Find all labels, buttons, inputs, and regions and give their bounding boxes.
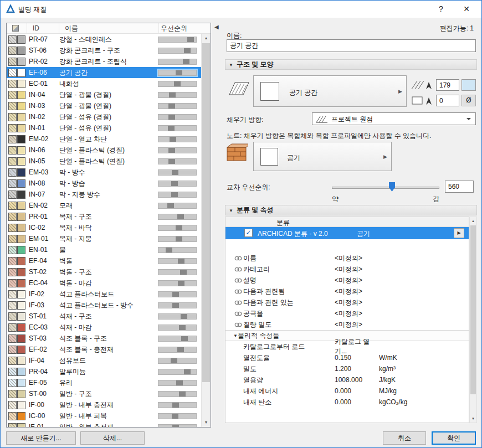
property-value[interactable]: 0.150: [335, 354, 379, 362]
classification-expand-button[interactable]: ▶: [454, 228, 464, 238]
list-item[interactable]: ST-02벽돌 - 구조: [7, 266, 201, 277]
close-button[interactable]: ✕: [457, 1, 476, 17]
property-value[interactable]: <미정의>: [335, 320, 379, 329]
list-item[interactable]: IC-00일반 - 내부 피복: [7, 410, 201, 421]
property-value[interactable]: <미정의>: [335, 265, 379, 274]
list-item[interactable]: EC-03석재 - 마감: [7, 322, 201, 333]
list-item[interactable]: PR-04알루미늄: [7, 366, 201, 377]
property-value[interactable]: <미정의>: [335, 287, 379, 296]
list-item[interactable]: IN-03단열 - 광물 (연질): [7, 100, 201, 111]
list-item[interactable]: PR-01목재 - 구조: [7, 211, 201, 222]
list-item[interactable]: IN-07막 - 지붕 방수: [7, 189, 201, 200]
list-item[interactable]: EC-01내화성: [7, 78, 201, 89]
property-value[interactable]: 1.200: [335, 365, 379, 373]
property-value[interactable]: 0.000: [335, 387, 379, 395]
list-item[interactable]: ST-03석조 블록 - 구조: [7, 333, 201, 344]
list-item[interactable]: IN-06단열 - 플라스틱 (경질): [7, 145, 201, 156]
property-row[interactable]: 설명<미정의>: [225, 275, 469, 286]
scroll-up-icon[interactable]: ▲: [202, 34, 211, 43]
ok-button[interactable]: 확인: [432, 431, 476, 445]
property-value[interactable]: <미정의>: [335, 276, 379, 285]
cancel-button[interactable]: 취소: [383, 431, 426, 445]
background-pen-input[interactable]: [436, 95, 459, 106]
list-item[interactable]: PR-02강화 콘크리트 - 조립식: [7, 56, 201, 67]
property-row[interactable]: 내재 탄소0.000kgCO₂/kg: [225, 396, 469, 408]
property-value[interactable]: <미정의>: [335, 254, 379, 263]
property-value[interactable]: <미정의>: [335, 309, 379, 318]
priority-column-header[interactable]: 우선순위: [159, 23, 211, 33]
scroll-down-icon[interactable]: ▼: [202, 418, 211, 427]
classification-row[interactable]: ✓ ARCHICAD 분류 - v 2.0 공기 ▶: [225, 227, 469, 239]
list-item[interactable]: EF-05유리: [7, 377, 201, 388]
pen-color-swatch[interactable]: [462, 79, 476, 91]
list-item[interactable]: EM-01목재 - 지붕: [7, 233, 201, 244]
fill-direction-select[interactable]: 프로젝트 원점: [312, 112, 476, 125]
help-button[interactable]: ?: [431, 1, 451, 17]
property-row[interactable]: 카탈로그로부터 로드카탈로그 열기...: [225, 341, 469, 352]
list-item[interactable]: ST-01석재 - 구조: [7, 311, 201, 322]
list-item[interactable]: IF-02석고 플라스터보드: [7, 289, 201, 300]
list-item[interactable]: EM-02단열 - 열교 차단: [7, 133, 201, 145]
id-column-header[interactable]: ID: [27, 23, 59, 33]
list-item[interactable]: IF-01일반 - 외부 충전재: [7, 421, 201, 427]
list-item[interactable]: IF-03석고 플라스터보드 - 방수: [7, 300, 201, 311]
property-row[interactable]: 질량 밀도<미정의>: [225, 319, 469, 330]
property-value[interactable]: 1008.000: [335, 376, 379, 384]
list-item[interactable]: IC-02목재 - 바닥: [7, 222, 201, 233]
properties-scrollbar[interactable]: ▲ ▼: [469, 217, 477, 423]
property-row[interactable]: 다음과 관련 있는<미정의>: [225, 297, 469, 308]
list-item[interactable]: EN-01물: [7, 244, 201, 255]
delete-material-button[interactable]: 삭제...: [80, 431, 145, 445]
property-value[interactable]: <미정의>: [335, 298, 379, 307]
list-item[interactable]: EN-02모래: [7, 200, 201, 211]
list-item[interactable]: IF-00일반 - 내부 충전재: [7, 399, 201, 410]
list-item[interactable]: IN-02단열 - 섬유 (경질): [7, 111, 201, 122]
property-row[interactable]: 이름<미정의>: [225, 253, 469, 264]
material-name: 석조 블록 - 구조: [59, 334, 158, 343]
priority-slider[interactable]: [332, 181, 439, 193]
property-row[interactable]: 다음과 관련됨<미정의>: [225, 286, 469, 297]
property-row[interactable]: 카테고리<미정의>: [225, 264, 469, 275]
list-item[interactable]: PR-07강철 - 스테인레스: [7, 34, 201, 45]
list-item[interactable]: EM-03막 - 방수: [7, 167, 201, 178]
section-structure-header[interactable]: ▼구조 및 모양: [225, 59, 477, 70]
list-item[interactable]: EF-02석조 블록 - 충전재: [7, 344, 201, 355]
classification-checkbox[interactable]: ✓: [244, 229, 253, 237]
property-row[interactable]: 공극율<미정의>: [225, 308, 469, 319]
list-item[interactable]: ST-06강화 콘크리트 - 구조: [7, 45, 201, 56]
property-row[interactable]: 열용량1008.000J/kgK: [225, 374, 469, 385]
title-bar[interactable]: 빌딩 재질 ? ✕: [1, 1, 481, 18]
list-item[interactable]: IN-01단열 - 섬유 (연질): [7, 122, 201, 133]
list-item[interactable]: EC-04벽돌 - 마감: [7, 277, 201, 289]
no-background-pen-button[interactable]: Ø: [462, 95, 476, 106]
list-item[interactable]: EF-04벽돌: [7, 255, 201, 266]
scroll-down-icon[interactable]: ▼: [470, 415, 476, 423]
cut-fill-button[interactable]: 공기 공간 ▶: [253, 75, 407, 107]
slider-track[interactable]: [332, 187, 439, 189]
property-row[interactable]: 밀도1.200kg/m³: [225, 363, 469, 374]
scrollbar-thumb[interactable]: [470, 225, 476, 394]
material-list-scrollbar[interactable]: ▲ ▼: [201, 34, 211, 427]
section-classification-header[interactable]: ▼분류 및 속성: [225, 205, 477, 215]
property-value[interactable]: 카탈로그 열기...: [335, 337, 379, 356]
list-item[interactable]: IN-08막 - 방습: [7, 178, 201, 189]
new-material-button[interactable]: 새로 만들기...: [6, 431, 76, 445]
property-row[interactable]: 열전도율0.150W/mK: [225, 352, 469, 363]
priority-input[interactable]: [445, 181, 474, 193]
scrollbar-thumb[interactable]: [202, 43, 210, 382]
list-item[interactable]: IF-04섬유보드: [7, 355, 201, 366]
property-value[interactable]: 0.000: [335, 398, 379, 406]
list-item[interactable]: IN-05단열 - 플라스틱 (연질): [7, 156, 201, 167]
list-item[interactable]: IN-04단열 - 광물 (경질): [7, 89, 201, 100]
list-item[interactable]: EF-06공기 공간: [7, 67, 201, 78]
surface-button[interactable]: 공기 ▶: [253, 142, 392, 171]
fill-pen-input[interactable]: [436, 79, 459, 91]
name-column-header[interactable]: 이름: [59, 23, 159, 33]
scroll-up-icon[interactable]: ▲: [470, 217, 476, 225]
collapse-panel-icon[interactable]: ◀: [214, 24, 219, 30]
slider-handle[interactable]: [389, 182, 395, 192]
property-row[interactable]: 내재 에너지0.000MJ/kg: [225, 385, 469, 396]
list-item[interactable]: ST-00일반 - 구조: [7, 388, 201, 399]
swatch-column-header[interactable]: [7, 23, 27, 33]
name-input[interactable]: [227, 39, 476, 52]
